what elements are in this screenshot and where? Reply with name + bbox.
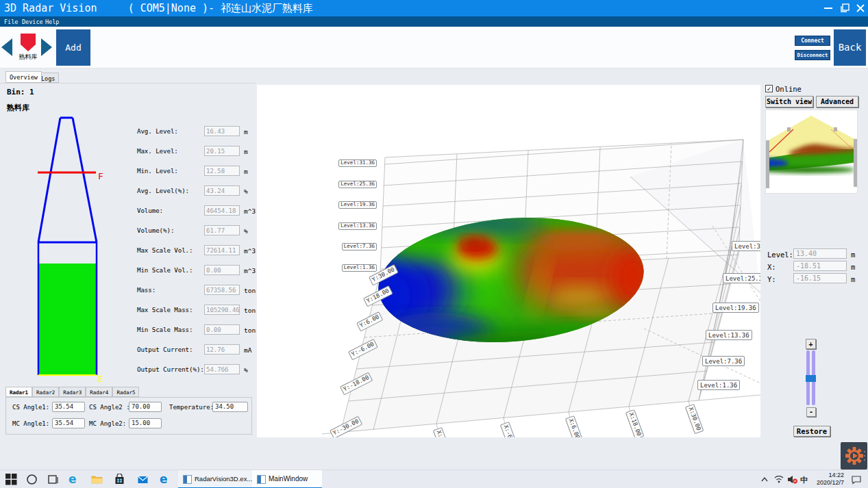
tab-radar2[interactable]: Radar2 [32,387,59,397]
window-icon [183,475,192,484]
field-value[interactable]: 0.00 [204,265,240,275]
coord-x-label: X: [767,263,776,271]
notification-icon[interactable] [852,475,861,488]
task-view-icon[interactable] [47,474,59,485]
coord-x-unit: m [851,263,855,271]
field-label: Avg. Level: [137,127,178,135]
field-unit: m^3 [244,207,256,215]
coord-y-label: Y: [767,275,776,283]
ime-indicator[interactable]: 中 [800,475,808,488]
zoom-slider-handle[interactable] [806,375,816,382]
restore-icon[interactable] [837,0,854,16]
field-row: Volume(%): 61.77 % [137,225,267,235]
coord-level-value[interactable]: 13.40 [793,248,847,259]
field-unit: mA [244,346,251,354]
titlebar: 3D Radar Vision ( COM5|None )- 祁连山水泥厂熟料库 [0,0,868,16]
field-row: Volume: 46454.18 m^3 [137,205,267,216]
field-value[interactable]: 105290.46 [204,305,240,315]
taskbar-clock[interactable]: 14:22 2020/12/7 [814,472,844,487]
level-label-left-3: Level:13.36 [338,222,377,230]
tab-radar5[interactable]: Radar5 [112,387,139,397]
cs-angle2-value[interactable]: 70.00 [129,402,162,412]
menu-help[interactable]: Help [45,18,59,25]
tab-strip-divider [0,83,256,84]
level-label-left-2: Level:7.36 [342,243,377,251]
field-value[interactable]: 72614.11 [204,245,240,255]
field-value[interactable]: 12.58 [204,166,240,176]
field-unit: ton [244,307,256,314]
temperature-value[interactable]: 34.50 [212,402,248,412]
field-unit: % [244,188,248,195]
taskbar-window-radarvision[interactable]: RadarVision3D.ex... [178,470,252,488]
field-unit: % [244,227,248,235]
field-value[interactable]: 67358.56 [204,285,240,295]
switch-view-button[interactable]: Switch view [765,96,813,107]
wifi-icon[interactable] [774,475,784,488]
surface-plot[interactable]: Level:1.36 Level:7.36 Level:13.36 Level:… [257,85,760,437]
field-value[interactable]: 0.00 [204,324,240,335]
start-button-icon[interactable] [5,474,17,485]
tab-overview[interactable]: Overview [5,71,42,83]
restore-button-panel[interactable]: Restore [793,426,830,437]
field-label: Mass: [137,286,156,294]
bin-caption: Bin: 1 [7,88,34,97]
zoom-in-button[interactable]: + [806,339,816,349]
field-label: Volume: [137,207,163,214]
store-icon[interactable] [114,474,125,485]
bin-icon[interactable] [21,34,36,51]
mc-angle2-value[interactable]: 15.00 [129,418,162,428]
cs-angle1-value[interactable]: 35.54 [52,402,85,412]
zoom-out-button[interactable]: - [806,407,816,417]
menu-device[interactable]: Device [22,18,43,25]
add-button[interactable]: Add [56,29,90,66]
mail-icon[interactable] [137,474,149,485]
advanced-button[interactable]: Advanced [816,96,858,107]
online-label: Online [776,85,802,93]
tray-expand-icon[interactable] [760,476,769,488]
menu-file[interactable]: File [4,18,18,25]
level-label-left-1: Level:1.36 [342,264,377,272]
mc-angle1-value[interactable]: 35.54 [52,418,85,428]
field-value[interactable]: 12.76 [204,344,240,355]
field-row: Max Scale Mass: 105290.46 ton [137,305,267,315]
recorder-widget[interactable] [841,442,867,470]
coord-x-value[interactable]: -18.51 [793,261,847,271]
field-unit: m^3 [244,247,256,255]
connect-button[interactable]: Connect [795,36,830,46]
clock-time: 14:22 [814,472,844,479]
field-value[interactable]: 54.766 [204,364,240,374]
online-checkbox[interactable]: ✓ [765,85,773,92]
field-label: Min Scale Vol.: [137,266,193,274]
silo-preview [765,110,858,194]
minimize-icon[interactable] [820,0,836,16]
field-value[interactable]: 20.15 [204,146,240,156]
level-label-right-6: Level:31.36 [732,241,760,251]
close-icon[interactable] [853,0,868,16]
field-value[interactable]: 43.24 [204,185,240,196]
field-value[interactable]: 61.77 [204,225,240,235]
bin-fields: Avg. Level: 16.43 m Max. Level: 20.15 m … [137,126,267,374]
field-unit: ton [244,287,256,294]
field-value[interactable]: 16.43 [204,126,240,136]
next-bin-arrow[interactable] [41,38,52,56]
level-label-right-1: Level:1.36 [697,380,740,390]
edge-legacy-icon[interactable]: e [160,474,171,485]
cortana-icon[interactable] [26,474,38,485]
tab-radar3[interactable]: Radar3 [59,387,86,397]
tab-radar4[interactable]: Radar4 [86,387,112,397]
gear-icon [841,442,867,470]
coord-level-unit: m [851,251,855,259]
disconnect-button[interactable]: Disconnect [795,50,830,60]
volume-muted-icon[interactable] [787,475,798,488]
field-value[interactable]: 46454.18 [204,205,240,216]
tab-radar1[interactable]: Radar1 [5,387,32,397]
coord-y-value[interactable]: -16.15 [793,273,847,283]
file-explorer-icon[interactable] [91,474,103,485]
radar-tabs: Radar1 Radar2 Radar3 Radar4 Radar5 [5,387,139,397]
level-label-left-6: Level:31.36 [338,159,377,167]
taskbar-window-mainwindow[interactable]: MainWindow [252,470,322,488]
edge-icon[interactable]: e [69,474,80,485]
back-button[interactable]: Back [834,29,866,66]
field-unit: m^3 [244,267,256,274]
field-unit: % [244,366,248,374]
